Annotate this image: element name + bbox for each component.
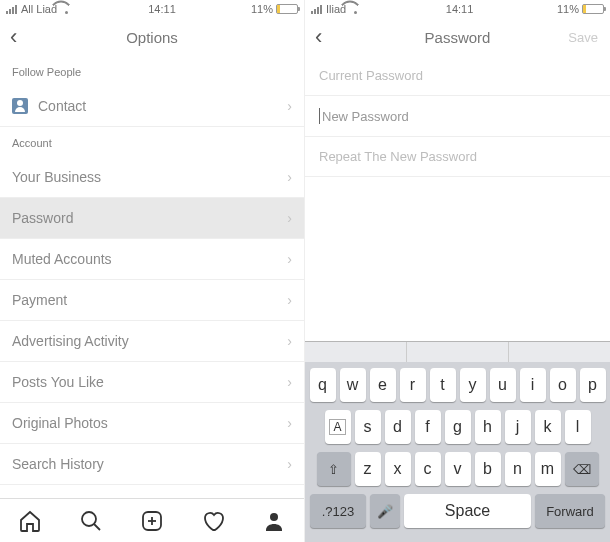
row-original-photos[interactable]: Original Photos › <box>0 403 304 444</box>
key-n[interactable]: n <box>505 452 531 486</box>
wifi-icon <box>350 4 362 14</box>
key-a[interactable]: A <box>325 410 351 444</box>
suggestion-slot[interactable] <box>407 342 509 362</box>
row-payment[interactable]: Payment › <box>0 280 304 321</box>
page-title: Options <box>0 29 304 46</box>
svg-point-0 <box>82 512 96 526</box>
key-x[interactable]: x <box>385 452 411 486</box>
text-cursor <box>319 108 320 124</box>
key-d[interactable]: d <box>385 410 411 444</box>
key-f[interactable]: f <box>415 410 441 444</box>
header: ‹ Options <box>0 18 304 56</box>
key-row-4: .?123 🎤 Space Forward <box>308 494 607 528</box>
clock: 14:11 <box>446 3 474 15</box>
battery-icon <box>276 4 298 14</box>
row-search-history[interactable]: Search History › <box>0 444 304 485</box>
key-row-3: ⇧ z x c v b n m ⌫ <box>308 452 607 486</box>
key-b[interactable]: b <box>475 452 501 486</box>
signal-icon <box>6 5 17 14</box>
key-shift[interactable]: ⇧ <box>317 452 351 486</box>
wifi-icon <box>61 4 73 14</box>
key-v[interactable]: v <box>445 452 471 486</box>
tab-home[interactable] <box>0 499 61 542</box>
key-i[interactable]: i <box>520 368 546 402</box>
key-e[interactable]: e <box>370 368 396 402</box>
settings-list[interactable]: Follow People Contact › Account Your Bus… <box>0 56 304 498</box>
key-h[interactable]: h <box>475 410 501 444</box>
password-screen: All Liad Iliad 14:11 11% ‹ Password Save… <box>305 0 610 542</box>
key-l[interactable]: l <box>565 410 591 444</box>
key-row-1: q w e r t y u i o p <box>308 368 607 402</box>
row-posts-you-like[interactable]: Posts You Like › <box>0 362 304 403</box>
chevron-right-icon: › <box>287 374 292 390</box>
chevron-right-icon: › <box>287 415 292 431</box>
row-advertising[interactable]: Advertising Activity › <box>0 321 304 362</box>
tab-profile[interactable] <box>243 499 304 542</box>
contact-icon <box>12 98 28 114</box>
chevron-right-icon: › <box>287 292 292 308</box>
key-w[interactable]: w <box>340 368 366 402</box>
key-o[interactable]: o <box>550 368 576 402</box>
key-numbers[interactable]: .?123 <box>310 494 366 528</box>
battery-pct: 11% <box>251 3 273 15</box>
chevron-right-icon: › <box>287 210 292 226</box>
key-j[interactable]: j <box>505 410 531 444</box>
battery-icon <box>582 4 604 14</box>
suggestion-slot[interactable] <box>305 342 407 362</box>
password-form: Current Password New Password Repeat The… <box>305 56 610 177</box>
page-title: Password <box>305 29 610 46</box>
tab-add[interactable] <box>122 499 183 542</box>
chevron-right-icon: › <box>287 169 292 185</box>
keyboard: q w e r t y u i o p A s d f g h j k l ⇧ … <box>305 341 610 542</box>
row-contact[interactable]: Contact › <box>0 86 304 127</box>
key-r[interactable]: r <box>400 368 426 402</box>
svg-point-5 <box>270 513 278 521</box>
section-follow: Follow People <box>0 56 304 86</box>
chevron-right-icon: › <box>287 333 292 349</box>
key-g[interactable]: g <box>445 410 471 444</box>
key-p[interactable]: p <box>580 368 606 402</box>
row-mobile-data[interactable]: Use Of Mobile Data › <box>0 485 304 498</box>
clock: 14:11 <box>148 3 176 15</box>
key-s[interactable]: s <box>355 410 381 444</box>
key-q[interactable]: q <box>310 368 336 402</box>
section-account: Account <box>0 127 304 157</box>
repeat-password-input[interactable]: Repeat The New Password <box>305 137 610 177</box>
key-mic[interactable]: 🎤 <box>370 494 400 528</box>
key-forward[interactable]: Forward <box>535 494 605 528</box>
back-button[interactable]: ‹ <box>315 24 335 50</box>
key-k[interactable]: k <box>535 410 561 444</box>
row-password[interactable]: Password › <box>0 198 304 239</box>
chevron-right-icon: › <box>287 98 292 114</box>
current-password-input[interactable]: Current Password <box>305 56 610 96</box>
battery-pct: 11% <box>557 3 579 15</box>
key-row-2: A s d f g h j k l <box>308 410 607 444</box>
chevron-right-icon: › <box>287 456 292 472</box>
header: ‹ Password Save <box>305 18 610 56</box>
new-password-input[interactable]: New Password <box>305 96 610 137</box>
tab-bar <box>0 498 304 542</box>
signal-icon <box>311 5 322 14</box>
key-space[interactable]: Space <box>404 494 531 528</box>
row-your-business[interactable]: Your Business › <box>0 157 304 198</box>
key-m[interactable]: m <box>535 452 561 486</box>
svg-line-1 <box>94 524 100 530</box>
chevron-right-icon: › <box>287 251 292 267</box>
key-backspace[interactable]: ⌫ <box>565 452 599 486</box>
key-t[interactable]: t <box>430 368 456 402</box>
tab-activity[interactable] <box>182 499 243 542</box>
key-y[interactable]: y <box>460 368 486 402</box>
suggestion-bar <box>305 342 610 362</box>
key-u[interactable]: u <box>490 368 516 402</box>
save-button[interactable]: Save <box>568 30 598 45</box>
key-z[interactable]: z <box>355 452 381 486</box>
status-bar: All Liad 14:11 11% <box>0 0 304 18</box>
row-muted-accounts[interactable]: Muted Accounts › <box>0 239 304 280</box>
options-screen: All Liad 14:11 11% ‹ Options Follow Peop… <box>0 0 305 542</box>
suggestion-slot[interactable] <box>509 342 610 362</box>
tab-search[interactable] <box>61 499 122 542</box>
back-button[interactable]: ‹ <box>10 24 30 50</box>
key-c[interactable]: c <box>415 452 441 486</box>
status-bar: All Liad Iliad 14:11 11% <box>305 0 610 18</box>
